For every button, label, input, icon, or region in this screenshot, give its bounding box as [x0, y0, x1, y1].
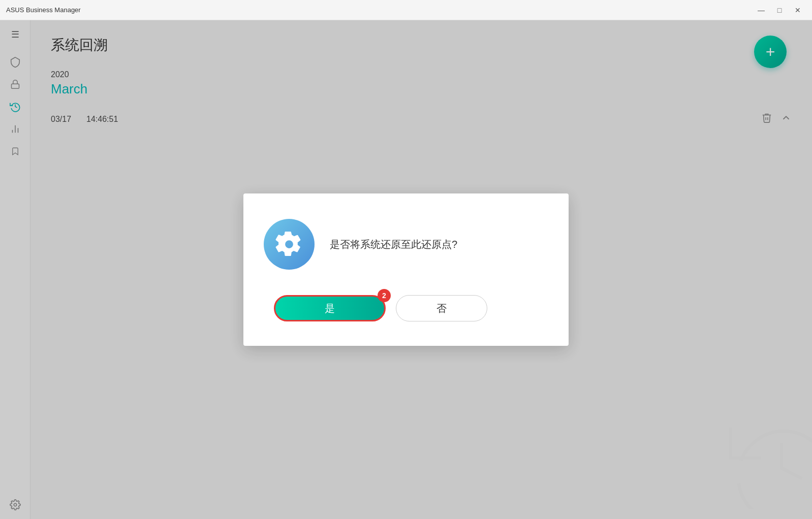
confirmation-dialog: 是否将系统还原至此还原点? 是 2 否 [243, 193, 569, 346]
dialog-message: 是否将系统还原至此还原点? [330, 237, 457, 252]
confirm-yes-button[interactable]: 是 [274, 295, 386, 321]
dialog-buttons: 是 2 否 [274, 295, 487, 321]
dialog-gear-icon [275, 231, 303, 258]
dialog-icon-circle [264, 219, 315, 270]
window-controls: — □ ✕ [753, 3, 806, 17]
close-button[interactable]: ✕ [790, 3, 806, 17]
yes-button-wrapper: 是 2 [274, 295, 386, 321]
step-badge: 2 [378, 289, 391, 302]
maximize-button[interactable]: □ [771, 3, 788, 17]
minimize-button[interactable]: — [753, 3, 769, 17]
dialog-content-row: 是否将系统还原至此还原点? [264, 219, 457, 270]
app-title: ASUS Business Manager [6, 6, 753, 14]
title-bar: ASUS Business Manager — □ ✕ [0, 0, 812, 20]
confirm-no-button[interactable]: 否 [396, 295, 487, 321]
dialog-overlay: 是否将系统还原至此还原点? 是 2 否 [0, 20, 812, 519]
